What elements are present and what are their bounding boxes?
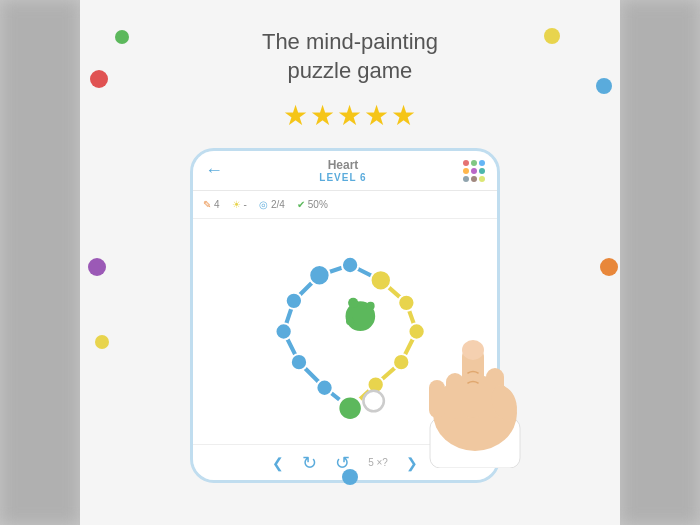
grid-dot-3 xyxy=(479,160,485,166)
svg-point-23 xyxy=(371,270,391,290)
percent-value: 50% xyxy=(308,199,328,210)
grid-dot-4 xyxy=(463,168,469,174)
progress-value: 2/4 xyxy=(271,199,285,210)
dot-yellow-top-right xyxy=(544,28,560,44)
svg-point-16 xyxy=(316,380,332,396)
time-icon: ☀ xyxy=(232,199,241,210)
star-rating: ★★★★★ xyxy=(283,99,418,132)
dot-yellow-bottom-left xyxy=(95,335,109,349)
svg-point-19 xyxy=(366,302,374,310)
level-info: Heart LEVEL 6 xyxy=(319,158,366,183)
grid-dot-1 xyxy=(463,160,469,166)
check-icon: ✔ xyxy=(297,199,305,210)
grid-dot-6 xyxy=(479,168,485,174)
svg-point-12 xyxy=(309,265,329,285)
bg-blur-left xyxy=(0,0,80,525)
title-line1: The mind-painting xyxy=(262,29,438,54)
main-card: The mind-painting puzzle game ★★★★★ ← He… xyxy=(80,0,620,525)
time-value: - xyxy=(244,199,247,210)
grid-dot-2 xyxy=(471,160,477,166)
dot-purple-left xyxy=(88,258,106,276)
progress-icon: ◎ xyxy=(259,199,268,210)
stats-bar: ✎ 4 ☀ - ◎ 2/4 ✔ 50% xyxy=(193,191,497,219)
grid-dot-9 xyxy=(479,176,485,182)
stat-time: ☀ - xyxy=(232,199,247,210)
tablet-topbar: ← Heart LEVEL 6 xyxy=(193,151,497,191)
moves-value: 4 xyxy=(214,199,220,210)
bg-blur-right xyxy=(620,0,700,525)
grid-dot-5 xyxy=(471,168,477,174)
stat-percent: ✔ 50% xyxy=(297,199,328,210)
svg-point-28 xyxy=(363,391,383,411)
svg-rect-35 xyxy=(429,380,445,418)
svg-point-20 xyxy=(346,317,354,325)
hint-count[interactable]: 5 ×? xyxy=(368,457,388,468)
dot-orange-right xyxy=(600,258,618,276)
svg-rect-34 xyxy=(446,373,464,419)
svg-point-14 xyxy=(275,324,291,340)
back-button[interactable]: ← xyxy=(205,160,223,181)
hand-cursor xyxy=(410,308,550,468)
level-number: LEVEL 6 xyxy=(319,172,366,183)
refresh-button[interactable]: ↻ xyxy=(302,452,317,474)
dot-blue-bottom xyxy=(342,469,358,485)
dot-green-top xyxy=(115,30,129,44)
dot-blue-right xyxy=(596,78,612,94)
svg-point-13 xyxy=(286,293,302,309)
svg-point-26 xyxy=(393,354,409,370)
svg-point-15 xyxy=(291,354,307,370)
tablet-device: ← Heart LEVEL 6 xyxy=(190,148,510,488)
menu-grid-icon[interactable] xyxy=(463,160,485,182)
svg-point-32 xyxy=(462,340,484,360)
level-name: Heart xyxy=(319,158,366,172)
title-line2: puzzle game xyxy=(288,58,413,83)
grid-dot-7 xyxy=(463,176,469,182)
grid-dot-8 xyxy=(471,176,477,182)
svg-point-21 xyxy=(338,396,363,421)
moves-icon: ✎ xyxy=(203,199,211,210)
stat-moves: ✎ 4 xyxy=(203,199,220,210)
svg-point-22 xyxy=(342,257,358,273)
svg-point-18 xyxy=(348,298,358,308)
dot-red-left xyxy=(90,70,108,88)
stat-progress: ◎ 2/4 xyxy=(259,199,285,210)
app-title: The mind-painting puzzle game xyxy=(262,28,438,85)
prev-button[interactable]: ❮ xyxy=(272,455,284,471)
